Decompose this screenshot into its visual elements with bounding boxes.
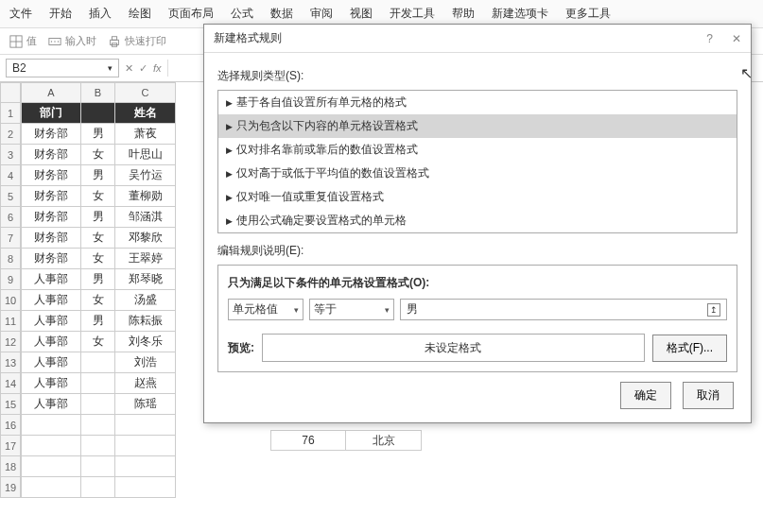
cell[interactable]: [81, 477, 115, 498]
rule-type-item[interactable]: ▶使用公式确定要设置格式的单元格: [218, 209, 737, 232]
menu-insert[interactable]: 插入: [89, 6, 112, 22]
cell[interactable]: [81, 373, 115, 394]
menu-page-layout[interactable]: 页面布局: [168, 6, 214, 22]
header-cell[interactable]: 部门: [21, 103, 81, 124]
close-icon[interactable]: ✕: [732, 32, 741, 45]
row-header[interactable]: 2: [0, 124, 21, 145]
menu-developer[interactable]: 开发工具: [390, 6, 435, 22]
cell[interactable]: 陈瑶: [115, 394, 176, 415]
cell[interactable]: 人事部: [21, 373, 81, 394]
menu-file[interactable]: 文件: [9, 6, 32, 22]
fx-icon[interactable]: fx: [153, 62, 162, 75]
row-header[interactable]: 12: [0, 332, 21, 352]
cell[interactable]: 邹涵淇: [115, 207, 176, 228]
cell[interactable]: [115, 477, 176, 498]
cell[interactable]: 萧夜: [115, 124, 176, 145]
name-box[interactable]: B2 ▾: [6, 59, 119, 77]
cell[interactable]: 财务部: [21, 145, 81, 165]
cell[interactable]: 女: [81, 332, 115, 352]
cell[interactable]: 男: [81, 269, 115, 290]
cancel-button[interactable]: 取消: [683, 382, 734, 409]
menu-draw[interactable]: 绘图: [129, 6, 151, 22]
cell[interactable]: 男: [81, 165, 115, 186]
tool-input[interactable]: 输入时: [48, 34, 96, 48]
cell[interactable]: 吴竹运: [115, 165, 176, 186]
cell[interactable]: [115, 415, 176, 436]
row-header[interactable]: 19: [0, 477, 21, 498]
cell[interactable]: 董柳勋: [115, 186, 176, 207]
cell[interactable]: 赵燕: [115, 373, 176, 394]
row-header[interactable]: 14: [0, 373, 21, 394]
condition-operator-combo[interactable]: 等于▾: [309, 299, 394, 320]
row-header[interactable]: 13: [0, 352, 21, 373]
cell[interactable]: 财务部: [21, 228, 81, 249]
help-icon[interactable]: ?: [706, 32, 713, 45]
rule-type-item[interactable]: ▶基于各自值设置所有单元格的格式: [218, 91, 737, 114]
cell[interactable]: 人事部: [21, 269, 81, 290]
cell[interactable]: 女: [81, 186, 115, 207]
tool-quick-print[interactable]: 快速打印: [108, 34, 166, 48]
row-header[interactable]: 17: [0, 436, 21, 456]
menu-new-tab[interactable]: 新建选项卡: [492, 6, 548, 22]
menu-view[interactable]: 视图: [350, 6, 373, 22]
select-all-corner[interactable]: [0, 82, 21, 103]
col-header[interactable]: C: [115, 82, 176, 103]
cell[interactable]: [21, 456, 81, 477]
col-header[interactable]: A: [21, 82, 81, 103]
cell[interactable]: [115, 456, 176, 477]
cell[interactable]: [81, 394, 115, 415]
row-header[interactable]: 4: [0, 165, 21, 186]
cell[interactable]: 人事部: [21, 311, 81, 332]
cell[interactable]: 北京: [346, 430, 422, 451]
condition-value-input[interactable]: 男 ↥: [400, 299, 727, 320]
cell[interactable]: [81, 436, 115, 456]
cell[interactable]: 刘浩: [115, 352, 176, 373]
format-button[interactable]: 格式(F)...: [652, 335, 727, 362]
cell[interactable]: 人事部: [21, 290, 81, 311]
cell[interactable]: 男: [81, 311, 115, 332]
cell[interactable]: 女: [81, 228, 115, 249]
rule-type-item[interactable]: ▶只为包含以下内容的单元格设置格式: [218, 114, 737, 138]
cell[interactable]: 财务部: [21, 249, 81, 269]
cell[interactable]: 财务部: [21, 207, 81, 228]
cancel-formula-icon[interactable]: ✕: [125, 62, 133, 75]
cell[interactable]: 人事部: [21, 352, 81, 373]
cell[interactable]: [21, 415, 81, 436]
menu-help[interactable]: 帮助: [452, 6, 475, 22]
cell[interactable]: 王翠婷: [115, 249, 176, 269]
row-header[interactable]: 7: [0, 228, 21, 249]
row-header[interactable]: 8: [0, 249, 21, 269]
cell[interactable]: 刘冬乐: [115, 332, 176, 352]
rule-type-item[interactable]: ▶仅对高于或低于平均值的数值设置格式: [218, 162, 737, 185]
cell[interactable]: 陈耘振: [115, 311, 176, 332]
ok-button[interactable]: 确定: [620, 382, 671, 409]
row-header[interactable]: 5: [0, 186, 21, 207]
cell[interactable]: 人事部: [21, 394, 81, 415]
header-cell[interactable]: [81, 103, 115, 124]
cell[interactable]: 财务部: [21, 124, 81, 145]
condition-target-combo[interactable]: 单元格值▾: [228, 299, 303, 320]
row-header[interactable]: 3: [0, 145, 21, 165]
row-header[interactable]: 16: [0, 415, 21, 436]
row-header[interactable]: 18: [0, 456, 21, 477]
row-header[interactable]: 15: [0, 394, 21, 415]
cell[interactable]: 女: [81, 249, 115, 269]
cell[interactable]: [81, 415, 115, 436]
row-header[interactable]: 1: [0, 103, 21, 124]
rule-type-item[interactable]: ▶仅对排名靠前或靠后的数值设置格式: [218, 138, 737, 162]
col-header[interactable]: B: [81, 82, 115, 103]
cell[interactable]: 76: [270, 430, 346, 451]
accept-formula-icon[interactable]: ✓: [139, 62, 147, 75]
cell[interactable]: 男: [81, 124, 115, 145]
row-header[interactable]: 9: [0, 269, 21, 290]
cell[interactable]: [21, 477, 81, 498]
menu-formulas[interactable]: 公式: [231, 6, 253, 22]
menu-more-tools[interactable]: 更多工具: [565, 6, 611, 22]
row-header[interactable]: 10: [0, 290, 21, 311]
cell[interactable]: 女: [81, 145, 115, 165]
cell[interactable]: 财务部: [21, 186, 81, 207]
cell[interactable]: 男: [81, 207, 115, 228]
cell[interactable]: 女: [81, 290, 115, 311]
header-cell[interactable]: 姓名: [115, 103, 176, 124]
cell[interactable]: 汤盛: [115, 290, 176, 311]
